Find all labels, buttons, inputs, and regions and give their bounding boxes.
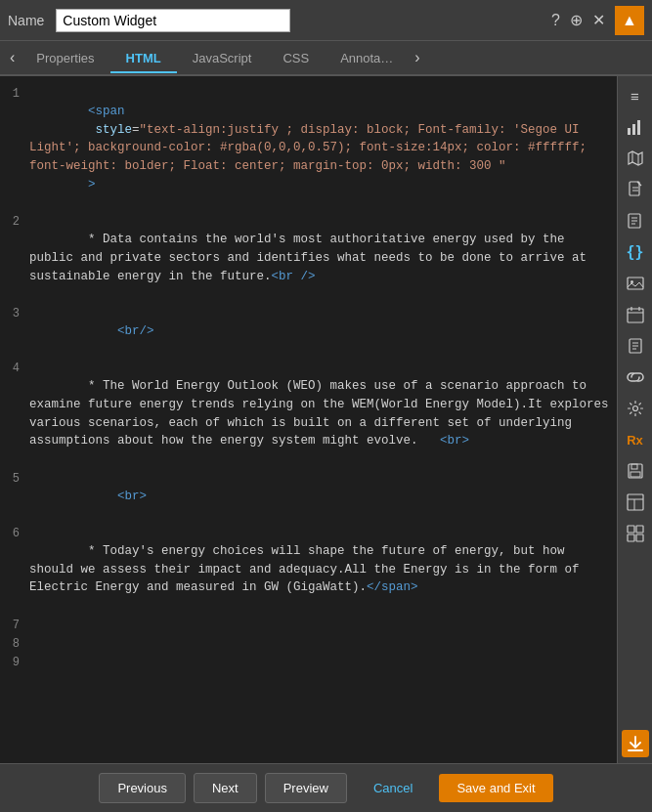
line-content-3: <br/> — [29, 304, 617, 359]
line-content-5: <br> — [29, 469, 617, 524]
tab-javascript[interactable]: JavaScript — [177, 45, 268, 73]
sidebar-icon-calendar[interactable] — [622, 301, 649, 328]
sidebar-icon-gear[interactable] — [622, 395, 649, 422]
code-line-7: 7 — [0, 616, 617, 634]
bottom-bar: Previous Next Preview Cancel Save and Ex… — [0, 763, 652, 812]
line-number-2: 2 — [0, 212, 29, 231]
svg-rect-2 — [637, 120, 640, 135]
main-area: 1 <span style="text-align:justify ; disp… — [0, 76, 652, 763]
svg-rect-0 — [628, 128, 630, 135]
line-number-7: 7 — [0, 616, 29, 634]
svg-rect-32 — [636, 534, 643, 541]
code-line-6: 6 * Today's energy choices will shape th… — [0, 524, 617, 616]
line-content-1: <span style="text-align:justify ; displa… — [29, 84, 617, 212]
sidebar-icon-map[interactable] — [622, 145, 649, 172]
svg-point-13 — [630, 280, 633, 283]
code-editor[interactable]: 1 <span style="text-align:justify ; disp… — [0, 76, 617, 763]
code-line-3: 3 <br/> — [0, 304, 617, 359]
svg-rect-1 — [632, 124, 635, 135]
code-line-2: 2 * Data contains the world's most autho… — [0, 212, 617, 304]
svg-point-22 — [632, 406, 637, 411]
code-line-8: 8 — [0, 634, 617, 653]
line-number-9: 9 — [0, 653, 29, 671]
line-content-2: * Data contains the world's most authori… — [29, 212, 617, 304]
tab-bar: ‹ Properties HTML JavaScript CSS Annota…… — [0, 41, 652, 76]
top-bar-actions: ? ⊕ ✕ ▲ — [551, 6, 644, 35]
top-bar: Name ? ⊕ ✕ ▲ — [0, 0, 652, 41]
code-line-5: 5 <br> — [0, 469, 617, 524]
line-content-6: * Today's energy choices will shape the … — [29, 524, 617, 616]
svg-rect-26 — [628, 494, 643, 510]
tab-properties[interactable]: Properties — [21, 45, 109, 73]
sidebar-icon-bars[interactable]: ≡ — [622, 82, 649, 109]
line-number-8: 8 — [0, 634, 29, 653]
previous-button[interactable]: Previous — [99, 773, 186, 803]
line-number-5: 5 — [0, 469, 29, 488]
move-icon[interactable]: ⊕ — [570, 11, 583, 29]
sidebar-icon-image[interactable] — [622, 270, 649, 297]
svg-rect-25 — [630, 472, 640, 477]
sidebar-icon-braces[interactable]: {} — [622, 238, 649, 266]
line-number-3: 3 — [0, 304, 29, 322]
sidebar-icon-layout[interactable] — [622, 489, 649, 516]
name-label: Name — [8, 13, 44, 28]
svg-rect-24 — [631, 464, 637, 469]
sidebar-icon-rx[interactable]: Rx — [622, 426, 649, 453]
svg-rect-12 — [628, 278, 643, 289]
code-line-4: 4 * The World Energy Outlook (WEO) makes… — [0, 359, 617, 469]
help-icon[interactable]: ? — [551, 12, 560, 29]
line-content-4: * The World Energy Outlook (WEO) makes u… — [29, 359, 617, 469]
line-number-4: 4 — [0, 359, 29, 377]
up-icon[interactable]: ▲ — [615, 6, 644, 35]
tab-css[interactable]: CSS — [267, 45, 325, 73]
tab-annotation[interactable]: Annota… — [325, 45, 409, 73]
close-icon[interactable]: ✕ — [592, 11, 605, 29]
sidebar-icon-link[interactable] — [622, 363, 649, 391]
svg-rect-31 — [628, 534, 634, 541]
sidebar-icon-download[interactable] — [622, 730, 649, 757]
sidebar-icon-page[interactable] — [622, 332, 649, 360]
right-sidebar: ≡ — [617, 76, 652, 763]
sidebar-icon-grid[interactable] — [622, 520, 649, 547]
cancel-button[interactable]: Cancel — [355, 773, 431, 803]
code-line-1: 1 <span style="text-align:justify ; disp… — [0, 84, 617, 212]
sidebar-icon-document[interactable] — [622, 176, 649, 203]
svg-rect-29 — [628, 526, 634, 533]
sidebar-icon-chart[interactable] — [622, 113, 649, 141]
svg-rect-14 — [628, 309, 643, 322]
tab-left-arrow[interactable]: ‹ — [4, 49, 21, 66]
tab-right-arrow[interactable]: › — [409, 49, 425, 66]
preview-button[interactable]: Preview — [265, 773, 347, 803]
svg-rect-5 — [630, 182, 639, 195]
widget-name-input[interactable] — [56, 9, 290, 32]
save-exit-button[interactable]: Save and Exit — [439, 774, 552, 802]
sidebar-icon-save[interactable] — [622, 457, 649, 485]
line-number-6: 6 — [0, 524, 29, 542]
next-button[interactable]: Next — [194, 773, 257, 803]
code-line-9: 9 — [0, 653, 617, 671]
sidebar-icon-note[interactable] — [622, 207, 649, 235]
svg-rect-30 — [636, 526, 643, 533]
tab-html[interactable]: HTML — [110, 45, 177, 73]
line-number-1: 1 — [0, 84, 29, 103]
